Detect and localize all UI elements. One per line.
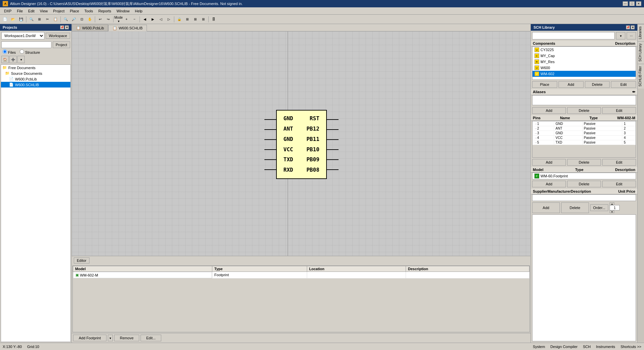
add-footprint-button[interactable]: Add Footprint (73, 335, 106, 341)
toolbar-minus[interactable]: − (131, 16, 138, 23)
tree-source-docs[interactable]: 📁 Source Documents (1, 70, 70, 76)
side-tab-schlib-filter[interactable]: SCHLIB Filter (638, 64, 644, 89)
model-delete-button[interactable]: Delete (567, 181, 601, 187)
toolbar-redo[interactable]: ↪ (104, 16, 112, 23)
toolbar-btn4[interactable]: 📋 (52, 16, 59, 23)
toolbar-nav-next[interactable]: ▷ (165, 16, 173, 23)
sch-panel-close-btn[interactable]: ✕ (631, 25, 635, 29)
toolbar-zoom-out[interactable]: 🔎 (70, 16, 77, 23)
add-component-button[interactable]: Add (559, 81, 584, 88)
pins-delete-button[interactable]: Delete (567, 159, 601, 166)
pin-row-3[interactable]: →3 GND Passive 3 (533, 131, 636, 136)
panel-tool-btn3[interactable]: ▾ (17, 56, 25, 63)
toolbar-archive[interactable]: 🗄 (210, 16, 217, 23)
toolbar-lock[interactable]: 🔒 (176, 16, 183, 23)
toolbar-nav-back[interactable]: ◀ (141, 16, 149, 23)
toolbar-btn2[interactable]: ⊞ (36, 16, 43, 23)
workspace-dropdown[interactable]: Workspace1.DsnW (1, 32, 44, 39)
toolbar-nav-prev[interactable]: ◁ (157, 16, 165, 23)
toolbar-save[interactable]: 💾 (17, 16, 25, 23)
toolbar-nav-fwd[interactable]: ▶ (149, 16, 157, 23)
status-shortcuts[interactable]: Shortcuts >> (621, 345, 641, 349)
edit-button[interactable]: Edit... (141, 335, 161, 341)
model-add-button[interactable]: Add (532, 181, 566, 187)
sch-search-input[interactable] (532, 32, 615, 39)
canvas-area[interactable]: GNDRST ANTPB12 GNDPB11 VCCPB10 TXDPB09 R… (72, 31, 530, 256)
panel-tool-btn2[interactable]: ➕ (9, 56, 17, 63)
aliases-add-button[interactable]: Add (532, 107, 566, 114)
status-system[interactable]: System (533, 345, 545, 349)
model-item[interactable]: F WM-60.Footprint (532, 173, 636, 179)
radio-structure-label[interactable]: Structure (20, 49, 40, 54)
status-instruments[interactable]: Instruments (596, 345, 615, 349)
remove-button[interactable]: Remove (114, 335, 139, 341)
tree-pcblib[interactable]: 📄 W600.PcbLib (1, 76, 70, 82)
radio-structure-input[interactable] (20, 49, 24, 54)
table-row[interactable]: ▣ WM-602-M Footprint (73, 272, 529, 279)
tab-schlib[interactable]: 📋 W600.SCHLIB (108, 25, 147, 31)
menu-view[interactable]: View (37, 8, 50, 14)
panel-pin-btn[interactable]: 📌 (60, 25, 64, 29)
toolbar-new[interactable]: 📄 (1, 16, 9, 23)
sch-search-dots-btn[interactable]: ··· (627, 32, 636, 39)
pins-edit-button[interactable]: Edit (602, 159, 636, 166)
toolbar-layers[interactable]: ⊞ (184, 16, 191, 23)
order-button[interactable]: Order... (590, 204, 609, 211)
radio-files-input[interactable] (3, 49, 7, 54)
radio-files-label[interactable]: Files (3, 49, 16, 54)
delete-component-button[interactable]: Delete (585, 81, 610, 88)
comp-mycap[interactable]: C MY_Cap (532, 53, 636, 59)
project-button[interactable]: Project (53, 41, 70, 48)
toolbar-zoom-in[interactable]: 🔍 (62, 16, 69, 23)
editor-tab[interactable]: Editor (74, 257, 89, 264)
tree-schlib[interactable]: 📄 W600.SCHLIB (1, 82, 70, 88)
toolbar-fit[interactable]: ⊡ (78, 16, 85, 23)
comp-myres[interactable]: R MY_Res (532, 59, 636, 65)
toolbar-grid[interactable]: ⊞ (192, 16, 199, 23)
qty-down-button[interactable]: ▼ (610, 210, 614, 213)
pins-add-button[interactable]: Add (532, 159, 566, 166)
menu-edit[interactable]: Edit (25, 8, 37, 14)
place-button[interactable]: Place (532, 81, 557, 88)
panel-close-btn[interactable]: ✕ (65, 25, 69, 29)
toolbar-btn3[interactable]: ✂ (44, 16, 51, 23)
add-footprint-dropdown[interactable]: ▾ (108, 335, 113, 341)
menu-window[interactable]: Window (114, 8, 132, 14)
project-search-input[interactable] (1, 41, 51, 48)
pin-row-1[interactable]: →1 GND Passive 1 (533, 122, 636, 126)
minimize-button[interactable]: — (623, 1, 628, 6)
aliases-delete-button[interactable]: Delete (567, 107, 601, 114)
menu-project[interactable]: Project (50, 8, 67, 14)
close-button[interactable]: ✕ (636, 1, 641, 6)
tree-free-docs[interactable]: 📁 Free Documents (1, 65, 70, 70)
col-description[interactable]: Description (406, 266, 529, 272)
sch-panel-pin-btn[interactable]: 📌 (626, 25, 630, 29)
tab-pcblib[interactable]: 📋 W600.PcbLib (72, 24, 108, 31)
pin-row-4[interactable]: →4 VCC Passive 4 (533, 136, 636, 140)
workspace-button[interactable]: Workspace (46, 33, 70, 39)
pin-row-5[interactable]: →5 TXD Passive 5 (533, 140, 636, 145)
comp-w600[interactable]: U W600 (532, 65, 636, 71)
editor-table-scroll[interactable]: Model Type Location Description ▣ WM-602… (72, 266, 530, 332)
status-design-compiler[interactable]: Design Compiler (551, 345, 578, 349)
qty-up-button[interactable]: ▲ (610, 202, 614, 205)
model-edit-button[interactable]: Edit (602, 181, 636, 187)
side-tab-sch-library[interactable]: SCH Library (638, 41, 644, 63)
toolbar-mode[interactable]: Mode ▾ (115, 16, 122, 23)
panel-tool-btn1[interactable]: 🏠 (1, 56, 9, 63)
menu-tools[interactable]: Tools (82, 8, 96, 14)
toolbar-open[interactable]: 📂 (9, 16, 17, 23)
aliases-edit-button[interactable]: Edit (602, 107, 636, 114)
menu-place[interactable]: Place (67, 8, 82, 14)
qty-input[interactable]: 1 (610, 205, 620, 210)
maximize-button[interactable]: □ (629, 1, 635, 6)
col-type[interactable]: Type (212, 266, 307, 272)
pins-table-scroll[interactable]: →1 GND Passive 1 →2 ANT Passive 2 →3 GND (532, 121, 636, 158)
menu-dxp[interactable]: DXP (1, 8, 14, 14)
component-list[interactable]: U CY3225 C MY_Cap R MY_Res U W600 U WM-6… (532, 46, 636, 80)
comp-cy3225[interactable]: U CY3225 (532, 47, 636, 53)
side-tab-libraries[interactable]: Libraries (638, 24, 644, 41)
toolbar-pan[interactable]: ✋ (86, 16, 93, 23)
toolbar-btn1[interactable]: 🔍 (28, 16, 35, 23)
status-sch[interactable]: SCH (583, 345, 591, 349)
